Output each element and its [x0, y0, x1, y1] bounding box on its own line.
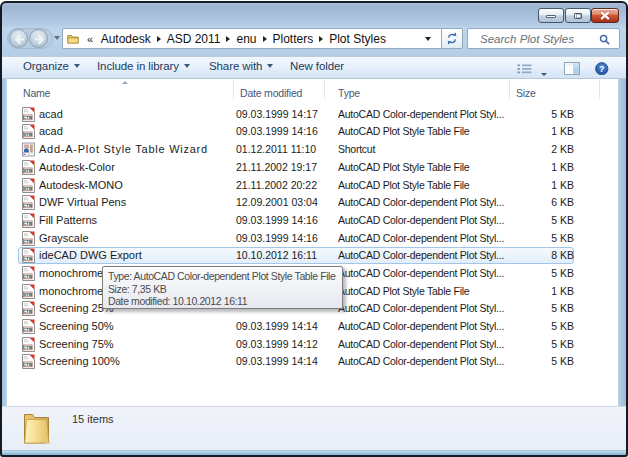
svg-text:STB: STB [23, 168, 32, 173]
svg-text:STB: STB [23, 132, 32, 137]
svg-text:CTB: CTB [23, 256, 32, 261]
svg-text:CTB: CTB [23, 274, 32, 279]
svg-text:CTB: CTB [23, 115, 32, 120]
svg-text:CTB: CTB [23, 345, 32, 350]
svg-text:?: ? [599, 63, 604, 73]
svg-text:CTB: CTB [23, 238, 32, 243]
svg-text:CTB: CTB [23, 221, 32, 226]
svg-text:CTB: CTB [23, 327, 32, 332]
svg-text:STB: STB [23, 291, 32, 296]
svg-text:CTB: CTB [23, 309, 32, 314]
svg-text:CTB: CTB [23, 362, 32, 367]
svg-text:CTB: CTB [23, 203, 32, 208]
svg-text:STB: STB [23, 185, 32, 190]
